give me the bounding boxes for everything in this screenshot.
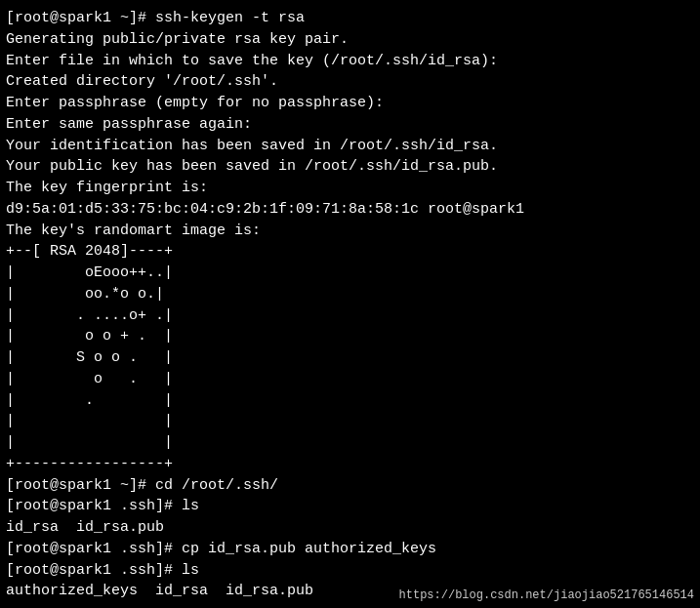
terminal-line: [root@spark1 .ssh]# ls bbox=[6, 496, 694, 517]
terminal-line: [root@spark1 .ssh]# ls bbox=[6, 560, 694, 582]
watermark: https://blog.csdn.net/jiaojiao5217651465… bbox=[399, 588, 694, 602]
terminal-window: [root@spark1 ~]# ssh-keygen -t rsaGenera… bbox=[0, 0, 700, 608]
terminal-line: | oo.*o o.| bbox=[6, 284, 694, 305]
terminal-content: [root@spark1 ~]# ssh-keygen -t rsaGenera… bbox=[6, 8, 694, 602]
terminal-line: | . ....o+ .| bbox=[6, 305, 694, 327]
terminal-line: id_rsa id_rsa.pub bbox=[6, 517, 694, 539]
terminal-line: | . | bbox=[6, 390, 694, 412]
terminal-line: Enter passphrase (empty for no passphras… bbox=[6, 93, 694, 114]
terminal-line: | | bbox=[6, 432, 694, 454]
terminal-line: | S o o . | bbox=[6, 347, 694, 369]
terminal-line: +-----------------+ bbox=[6, 454, 694, 475]
terminal-line: +--[ RSA 2048]----+ bbox=[6, 241, 694, 263]
terminal-line: [root@spark1 .ssh]# cp id_rsa.pub author… bbox=[6, 539, 694, 560]
terminal-line: The key fingerprint is: bbox=[6, 178, 694, 199]
terminal-line: | o o + . | bbox=[6, 326, 694, 347]
terminal-line: Your public key has been saved in /root/… bbox=[6, 156, 694, 178]
terminal-line: Created directory '/root/.ssh'. bbox=[6, 71, 694, 93]
terminal-line: d9:5a:01:d5:33:75:bc:04:c9:2b:1f:09:71:8… bbox=[6, 199, 694, 221]
terminal-line: Enter same passphrase again: bbox=[6, 114, 694, 136]
terminal-line: | | bbox=[6, 411, 694, 432]
terminal-line: [root@spark1 ~]# cd /root/.ssh/ bbox=[6, 475, 694, 497]
terminal-line: Enter file in which to save the key (/ro… bbox=[6, 51, 694, 72]
terminal-line: [root@spark1 ~]# ssh-keygen -t rsa bbox=[6, 8, 694, 29]
terminal-line: Generating public/private rsa key pair. bbox=[6, 29, 694, 51]
terminal-line: | oEooo++..| bbox=[6, 263, 694, 284]
terminal-line: The key's randomart image is: bbox=[6, 221, 694, 242]
terminal-line: | o . | bbox=[6, 369, 694, 390]
terminal-line: Your identification has been saved in /r… bbox=[6, 136, 694, 157]
